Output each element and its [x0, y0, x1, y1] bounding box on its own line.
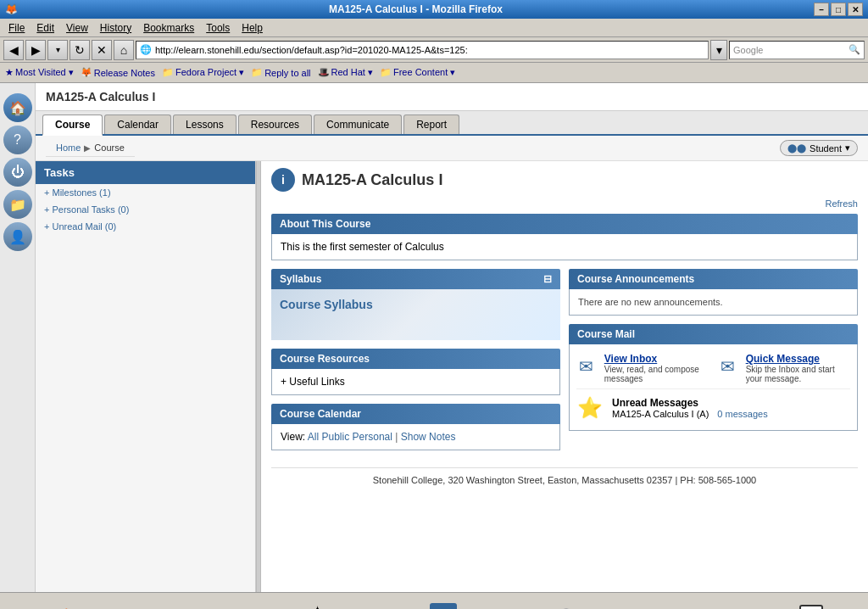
quick-msg-desc: Skip the Inbox and start your message. [746, 365, 850, 383]
unread-course: MA125-A Calculus I (A) 0 messages [612, 409, 768, 419]
view-personal[interactable]: Personal [353, 431, 392, 443]
inbox-info: View Inbox View, read, and compose messa… [604, 353, 701, 383]
course-name: MA125-A Calculus I [302, 171, 442, 189]
about-section: About This Course This is the first seme… [271, 214, 858, 260]
toolbar-pda[interactable]: 📱 PDA [799, 605, 823, 610]
search-bar[interactable]: Google 🔍 [729, 41, 865, 59]
bottom-toolbar: 🏠 SOE 🗺 Map ✦ What's New ✓ Tasks 🔍 Searc… [0, 592, 868, 609]
bookmark-label: Free Content ▾ [393, 67, 455, 78]
tab-calendar[interactable]: Calendar [104, 115, 171, 134]
tab-resources[interactable]: Resources [238, 115, 312, 134]
search-icon[interactable]: 🔍 [849, 44, 860, 55]
menu-tools[interactable]: Tools [201, 20, 235, 36]
about-icon: ℹ [682, 603, 709, 610]
footer-address: Stonehill College, 320 Washington Street… [271, 467, 858, 492]
bookmark-label: Release Notes [94, 68, 155, 78]
maximize-button[interactable]: □ [831, 3, 846, 16]
home-button[interactable]: ⌂ [114, 40, 134, 60]
syllabus-body: Course Syllabus [271, 289, 560, 340]
course-title-bar: MA125-A Calculus I [36, 83, 868, 111]
bookmark-release-notes[interactable]: 🦊 Release Notes [81, 67, 155, 78]
left-nav: Tasks + Milestones (1) + Personal Tasks … [36, 161, 256, 592]
minimize-button[interactable]: – [814, 3, 829, 16]
collapse-icon[interactable]: ⊟ [543, 273, 552, 285]
calendar-header: Course Calendar [271, 404, 560, 424]
announcements-section: Course Announcements There are no new an… [569, 269, 858, 316]
dropdown-button[interactable]: ▾ [47, 40, 68, 60]
user-icon-btn[interactable]: 👤 [3, 222, 32, 251]
home-icon-btn[interactable]: 🏠 [3, 93, 32, 122]
menu-file[interactable]: File [3, 20, 30, 36]
syllabus-section: Syllabus ⊟ Course Syllabus [271, 269, 560, 340]
nav-milestones[interactable]: + Milestones (1) [36, 184, 255, 201]
bookmark-reply-all[interactable]: 📁 Reply to all [251, 67, 310, 78]
view-all[interactable]: All [308, 431, 319, 443]
star-icon: ★ [5, 67, 14, 78]
close-button[interactable]: ✕ [848, 3, 863, 16]
toolbar-tasks[interactable]: ✓ Tasks [422, 603, 465, 610]
menu-help[interactable]: Help [236, 20, 268, 36]
menu-edit[interactable]: Edit [31, 20, 59, 36]
useful-links[interactable]: Useful Links [289, 376, 344, 388]
toolbar-about[interactable]: ℹ About [674, 603, 716, 610]
unread-count[interactable]: 0 messages [717, 409, 767, 419]
address-text: http://elearn.stonehill.edu/section/defa… [155, 45, 468, 55]
bookmark-fedora[interactable]: 📁 Fedora Project ▾ [162, 67, 244, 78]
resources-body: + Useful Links [271, 369, 560, 395]
view-label: View: [281, 431, 305, 443]
student-toggle[interactable]: ⬤⬤ Student ▾ [780, 140, 858, 156]
left-icon-bar: 🏠 ? ⏻ 📁 👤 [0, 83, 36, 592]
redhat-icon: 🎩 [318, 67, 330, 78]
tab-lessons[interactable]: Lessons [173, 115, 236, 134]
refresh-link[interactable]: Refresh [271, 198, 858, 209]
window-title: MA125-A Calculus I - Mozilla Firefox [329, 3, 503, 15]
bookmark-label: Fedora Project ▾ [175, 67, 244, 78]
folder-icon-btn[interactable]: 📁 [3, 190, 32, 219]
course-syllabus-link[interactable]: Course Syllabus [280, 298, 373, 311]
whats-new-icon: ✦ [304, 598, 331, 610]
toolbar-search[interactable]: 🔍 Search [548, 603, 590, 610]
inbox-icon: ✉ [576, 353, 596, 380]
breadcrumb-home[interactable]: Home [56, 142, 81, 153]
breadcrumb-separator: ▶ [84, 143, 91, 153]
bookmark-redhat[interactable]: 🎩 Red Hat ▾ [318, 67, 373, 78]
show-notes[interactable]: Show Notes [401, 431, 456, 443]
toolbar-map[interactable]: 🗺 Map [170, 603, 213, 610]
reload-button[interactable]: ↻ [70, 40, 90, 60]
quick-message-link[interactable]: Quick Message [746, 353, 850, 365]
window-icon: 🦊 [5, 3, 18, 15]
power-icon-btn[interactable]: ⏻ [3, 158, 32, 187]
breadcrumb-current: Course [94, 142, 124, 153]
view-inbox-link[interactable]: View Inbox [604, 353, 701, 365]
nav-item-label: Personal Tasks (0) [52, 204, 129, 215]
nav-personal-tasks[interactable]: + Personal Tasks (0) [36, 201, 255, 218]
two-col-layout: Syllabus ⊟ Course Syllabus Course Resour… [271, 269, 858, 459]
nav-item-label: Unread Mail (0) [52, 221, 116, 232]
course-info-header: i MA125-A Calculus I [271, 168, 858, 192]
unread-row: ⭐ Unread Messages MA125-A Calculus I (A)… [576, 389, 850, 427]
tab-report[interactable]: Report [403, 115, 459, 134]
tab-course[interactable]: Course [42, 115, 103, 136]
view-public[interactable]: Public [322, 431, 350, 443]
resources-header: Course Resources [271, 349, 560, 369]
question-icon-btn[interactable]: ? [3, 126, 32, 154]
stop-button[interactable]: ✕ [92, 40, 112, 60]
nav-unread-mail[interactable]: + Unread Mail (0) [36, 218, 255, 235]
forward-button[interactable]: ▶ [25, 40, 46, 60]
go-button[interactable]: ▾ [710, 40, 727, 60]
mail-header: Course Mail [569, 324, 858, 344]
menu-view[interactable]: View [61, 20, 93, 36]
course-title: MA125-A Calculus I [46, 90, 155, 103]
menu-history[interactable]: History [95, 20, 136, 36]
toolbar-whats-new[interactable]: ✦ What's New [297, 598, 339, 610]
bookmark-free-content[interactable]: 📁 Free Content ▾ [380, 67, 455, 78]
toolbar-soe[interactable]: 🏠 SOE [45, 603, 87, 610]
address-bar[interactable]: 🌐 http://elearn.stonehill.edu/section/de… [136, 41, 709, 59]
separator: | [395, 431, 398, 443]
bookmark-most-visited[interactable]: ★ Most Visited ▾ [5, 67, 74, 78]
window-controls: – □ ✕ [814, 3, 863, 16]
back-button[interactable]: ◀ [3, 40, 24, 60]
menu-bookmarks[interactable]: Bookmarks [138, 20, 199, 36]
folder-icon: 📁 [162, 67, 174, 78]
tab-communicate[interactable]: Communicate [314, 115, 402, 134]
